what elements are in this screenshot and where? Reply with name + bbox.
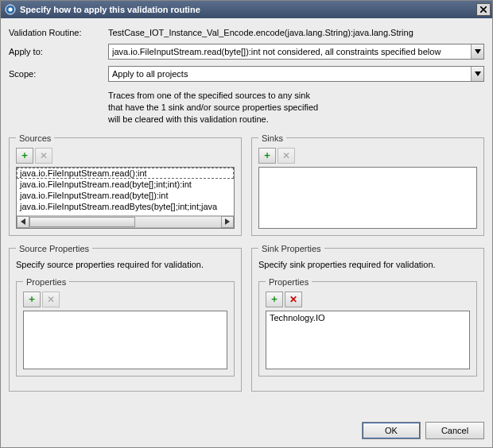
list-item[interactable]: java.io.FileInputStream.read(byte[];int;… xyxy=(17,179,234,190)
scope-select-value: Apply to all projects xyxy=(112,69,471,79)
source-properties-legend: Source Properties xyxy=(16,244,92,253)
scroll-track[interactable] xyxy=(29,216,221,228)
list-item[interactable]: java.io.FileInputStream.readBytes(byte[]… xyxy=(17,201,234,212)
app-icon xyxy=(4,3,17,16)
cancel-button[interactable]: Cancel xyxy=(425,422,484,439)
source-properties-list[interactable] xyxy=(23,311,227,369)
sinks-list[interactable] xyxy=(258,167,477,229)
list-item[interactable]: java.io.FileInputStream.read(byte[]):int xyxy=(17,190,234,201)
scope-label: Scope: xyxy=(9,69,108,79)
add-sink-button[interactable]: ＋ xyxy=(258,148,276,164)
description-line: will be cleared with this validation rou… xyxy=(108,114,484,126)
description-line: Traces from one of the specified sources… xyxy=(108,90,484,102)
scroll-left-button[interactable] xyxy=(17,216,29,228)
chevron-down-icon[interactable] xyxy=(471,44,483,59)
list-item[interactable]: java.io.FileInputStream.read():int xyxy=(17,168,234,179)
list-item[interactable]: Technology.IO xyxy=(270,313,466,322)
sources-list[interactable]: java.io.FileInputStream.read():int java.… xyxy=(16,167,235,229)
apply-to-label: Apply to: xyxy=(9,47,108,56)
add-source-property-button[interactable]: ＋ xyxy=(23,292,41,307)
description-text: Traces from one of the specified sources… xyxy=(108,90,484,126)
add-source-button[interactable]: ＋ xyxy=(16,148,33,164)
sinks-group: Sinks ＋ ✕ xyxy=(251,133,484,236)
horizontal-scrollbar[interactable] xyxy=(17,215,234,228)
remove-source-property-button[interactable]: ✕ xyxy=(42,292,60,307)
dialog-footer: OK Cancel xyxy=(1,415,492,447)
sink-properties-inner: Properties ＋ ✕ Technology.IO xyxy=(258,277,477,377)
source-properties-inner: Properties ＋ ✕ xyxy=(16,277,235,377)
title-bar: Specify how to apply this validation rou… xyxy=(1,1,492,18)
remove-source-button[interactable]: ✕ xyxy=(35,148,52,164)
ok-button[interactable]: OK xyxy=(362,422,421,439)
scope-select[interactable]: Apply to all projects xyxy=(108,66,484,82)
close-button[interactable] xyxy=(476,3,491,16)
sink-properties-group: Sink Properties Specify sink properties … xyxy=(251,244,484,392)
dialog-content: Validation Routine: TestCase_IOT_Instanc… xyxy=(1,18,492,415)
source-properties-instruction: Specify source properties required for v… xyxy=(16,260,235,269)
sources-group: Sources ＋ ✕ java.io.FileInputStream.read… xyxy=(9,133,242,236)
source-properties-group: Source Properties Specify source propert… xyxy=(9,244,242,392)
scroll-thumb[interactable] xyxy=(29,217,135,227)
sources-legend: Sources xyxy=(16,133,54,143)
description-line: that have the 1 sink and/or source prope… xyxy=(108,102,484,114)
sinks-legend: Sinks xyxy=(258,133,286,143)
properties-legend: Properties xyxy=(266,277,312,287)
properties-legend: Properties xyxy=(23,277,69,287)
chevron-down-icon[interactable] xyxy=(471,67,483,81)
apply-to-select-value: java.io.FileInputStream.read(byte[]):int… xyxy=(112,47,471,56)
add-sink-property-button[interactable]: ＋ xyxy=(266,292,283,307)
validation-routine-label: Validation Routine: xyxy=(9,28,108,37)
validation-routine-value: TestCase_IOT_Instance_Val_Encode.encode(… xyxy=(108,28,484,37)
dialog-window: Specify how to apply this validation rou… xyxy=(0,0,493,448)
scroll-right-button[interactable] xyxy=(221,216,234,228)
remove-sink-property-button[interactable]: ✕ xyxy=(285,292,302,307)
sink-properties-instruction: Specify sink properties required for val… xyxy=(258,260,477,269)
apply-to-select[interactable]: java.io.FileInputStream.read(byte[]):int… xyxy=(108,44,484,60)
window-title: Specify how to apply this validation rou… xyxy=(20,5,476,14)
remove-sink-button[interactable]: ✕ xyxy=(278,148,295,164)
sink-properties-legend: Sink Properties xyxy=(258,244,324,253)
sink-properties-list[interactable]: Technology.IO xyxy=(266,311,470,369)
svg-point-1 xyxy=(9,8,13,12)
